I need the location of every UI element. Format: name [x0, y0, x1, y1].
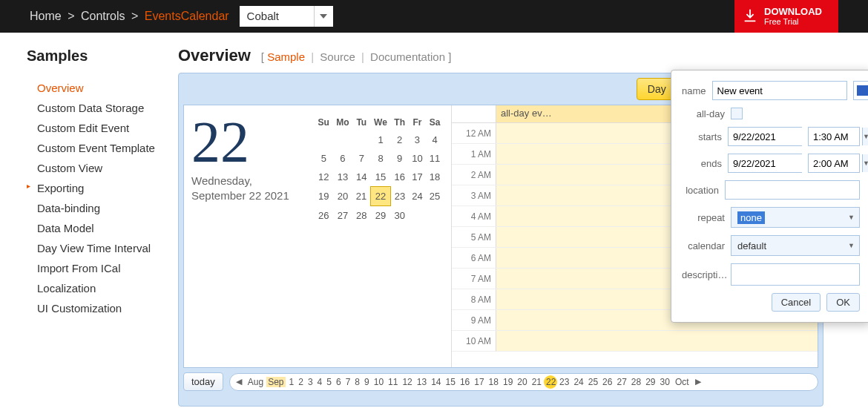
sidebar-item[interactable]: Data-binding	[27, 198, 163, 218]
nav-day[interactable]: 26	[600, 377, 614, 387]
mini-cal-day[interactable]: 21	[352, 187, 370, 206]
mini-cal-day[interactable]: 8	[370, 149, 390, 168]
mini-cal-day[interactable]: 17	[409, 168, 426, 187]
sidebar-item[interactable]: Custom Data Storage	[27, 98, 163, 118]
crumb-controls[interactable]: Controls	[81, 10, 125, 22]
download-button[interactable]: DOWNLOAD Free Trial	[734, 0, 838, 33]
nav-day[interactable]: 19	[501, 377, 515, 387]
ends-time-input[interactable]	[808, 154, 860, 173]
sidebar-item[interactable]: Day View Time Interval	[27, 238, 163, 258]
crumb-home[interactable]: Home	[30, 10, 62, 22]
mini-cal-day[interactable]: 22	[370, 187, 390, 206]
nav-day[interactable]: 13	[415, 377, 429, 387]
calendar-select[interactable]: default ▼	[731, 235, 860, 256]
sidebar-item[interactable]: Custom Edit Event	[27, 118, 163, 138]
mini-cal-day[interactable]: 16	[391, 168, 409, 187]
location-input[interactable]	[725, 180, 860, 200]
mini-cal-day[interactable]: 19	[315, 187, 333, 206]
nav-day[interactable]: 15	[444, 377, 458, 387]
nav-day[interactable]: 25	[586, 377, 600, 387]
nav-day[interactable]: 7	[343, 377, 353, 387]
mini-cal-day[interactable]: 3	[409, 131, 426, 149]
nav-day[interactable]: 20	[515, 377, 529, 387]
mini-cal-day[interactable]: 10	[409, 149, 426, 168]
starts-date-input[interactable]: ▼	[728, 127, 802, 146]
mini-cal-day[interactable]: 2	[391, 131, 409, 149]
nav-day[interactable]: 4	[315, 377, 325, 387]
today-button[interactable]: today	[183, 372, 223, 391]
chevron-down-icon[interactable]	[314, 6, 333, 27]
ends-date-input[interactable]: ▼	[728, 154, 802, 173]
sidebar-item[interactable]: Custom Event Template	[27, 138, 163, 158]
mini-cal-day[interactable]: 13	[333, 168, 353, 187]
allday-checkbox[interactable]	[731, 108, 743, 119]
nav-day[interactable]: 2	[296, 377, 306, 387]
description-input[interactable]	[731, 263, 860, 286]
nav-day[interactable]: 21	[530, 377, 544, 387]
nav-day[interactable]: 12	[400, 377, 414, 387]
nav-next-icon[interactable]: ▶	[692, 377, 704, 386]
mini-cal-day[interactable]: 15	[370, 168, 390, 187]
nav-day[interactable]: 6	[334, 377, 343, 387]
mini-cal-day[interactable]: 1	[370, 131, 390, 149]
sidebar-item[interactable]: Custom View	[27, 158, 163, 178]
nav-day[interactable]: 24	[571, 377, 585, 387]
sidebar-item[interactable]: Import From ICal	[27, 258, 163, 278]
mini-cal-day[interactable]: 25	[426, 187, 444, 206]
color-select[interactable]: ▼	[853, 81, 868, 100]
mini-cal-day[interactable]: 4	[426, 131, 444, 149]
nav-day[interactable]: 10	[372, 377, 386, 387]
nav-day[interactable]: 5	[324, 377, 334, 387]
repeat-select[interactable]: none ▼	[731, 207, 860, 228]
subtab-docs[interactable]: Documentation	[370, 50, 445, 63]
mini-cal-day[interactable]: 18	[426, 168, 444, 187]
mini-cal-day[interactable]: 14	[352, 168, 370, 187]
nav-day[interactable]: 14	[429, 377, 443, 387]
mini-cal-day[interactable]: 24	[409, 187, 426, 206]
sidebar-item[interactable]: Overview	[27, 78, 163, 98]
chevron-down-icon[interactable]: ▼	[862, 154, 868, 172]
time-cell[interactable]	[496, 331, 818, 351]
ok-button[interactable]: OK	[826, 293, 860, 312]
sidebar-item[interactable]: Localization	[27, 278, 163, 298]
theme-select[interactable]: Cobalt	[240, 6, 333, 27]
mini-cal-day[interactable]: 29	[370, 206, 390, 226]
nav-month-prev[interactable]: Aug	[246, 377, 265, 387]
sidebar-item[interactable]: ▸Exporting	[27, 178, 163, 198]
mini-cal-day[interactable]: 30	[391, 206, 409, 226]
nav-day[interactable]: 22	[544, 375, 557, 389]
nav-day[interactable]: 1	[287, 377, 297, 387]
nav-day[interactable]: 28	[629, 377, 643, 387]
mini-cal-day[interactable]: 27	[333, 206, 353, 226]
mini-calendar[interactable]: SuMoTuWeThFrSa12345678910111213141516171…	[315, 114, 444, 358]
mini-cal-day[interactable]: 28	[352, 206, 370, 226]
mini-cal-day[interactable]: 26	[315, 206, 333, 226]
mini-cal-day[interactable]: 9	[391, 149, 409, 168]
nav-day[interactable]: 9	[362, 377, 372, 387]
subtab-source[interactable]: Source	[320, 50, 355, 63]
nav-day[interactable]: 30	[658, 377, 672, 387]
chevron-down-icon[interactable]: ▼	[862, 128, 868, 145]
mini-cal-day[interactable]: 7	[352, 149, 370, 168]
nav-day[interactable]: 17	[472, 377, 486, 387]
mini-cal-day[interactable]: 23	[391, 187, 409, 206]
nav-prev-icon[interactable]: ◀	[233, 377, 245, 386]
nav-day[interactable]: 18	[487, 377, 501, 387]
mini-cal-day[interactable]: 20	[333, 187, 353, 206]
nav-month-next[interactable]: Oct	[674, 377, 691, 387]
nav-day[interactable]: 8	[352, 377, 362, 387]
cancel-button[interactable]: Cancel	[772, 293, 821, 312]
nav-month-current[interactable]: Sep	[266, 377, 285, 387]
mini-cal-day[interactable]: 5	[315, 149, 333, 168]
name-input[interactable]	[712, 81, 847, 100]
nav-day[interactable]: 23	[557, 377, 571, 387]
nav-day[interactable]: 29	[643, 377, 657, 387]
nav-day[interactable]: 16	[458, 377, 472, 387]
sidebar-item[interactable]: UI Customization	[27, 298, 163, 318]
mini-cal-day[interactable]: 11	[426, 149, 444, 168]
date-scroller[interactable]: ◀ Aug Sep 123456789101112131415161718192…	[229, 373, 818, 391]
starts-time-input[interactable]	[808, 127, 860, 146]
mini-cal-day[interactable]: 12	[315, 168, 333, 187]
sidebar-item[interactable]: Data Model	[27, 218, 163, 238]
nav-day[interactable]: 3	[306, 377, 315, 387]
